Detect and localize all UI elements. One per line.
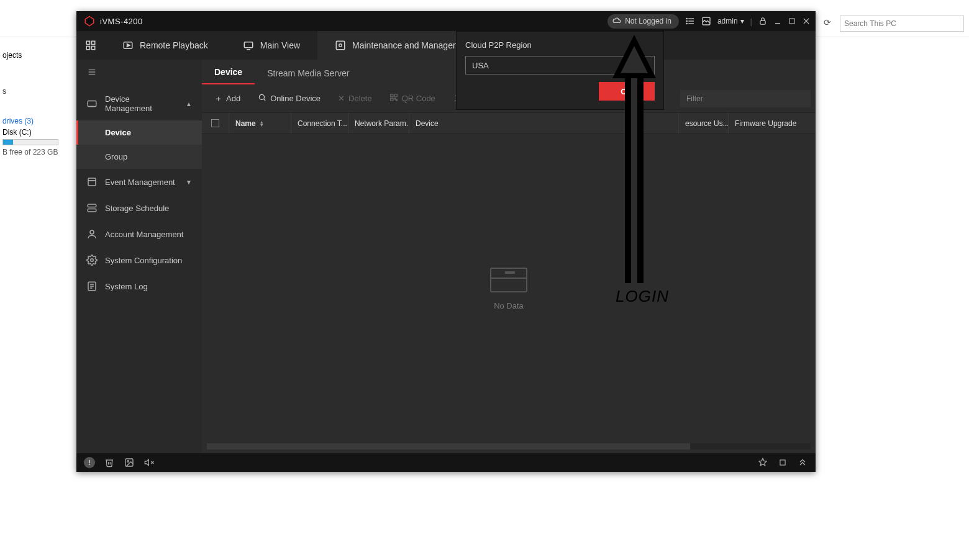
th-resource-usage[interactable]: esource Us... <box>679 113 729 133</box>
th-firmware-upgrade[interactable]: Firmware Upgrade <box>729 113 816 133</box>
login-status-pill[interactable]: Not Logged in <box>607 14 679 29</box>
maximize-icon[interactable] <box>788 17 796 25</box>
plus-icon: ＋ <box>214 93 222 104</box>
chevron-down-icon: ▼ <box>186 179 192 186</box>
user-dropdown[interactable]: admin ▾ <box>717 17 744 25</box>
svg-point-5 <box>686 18 687 19</box>
sidebar-device-mgmt-label: Device Management <box>105 94 178 113</box>
svg-rect-15 <box>92 41 95 44</box>
svg-rect-22 <box>336 41 345 50</box>
svg-rect-45 <box>396 100 397 101</box>
sidebar-sysconf-label: System Configuration <box>105 256 182 265</box>
hamburger-icon[interactable] <box>86 68 98 79</box>
qr-icon <box>389 93 398 104</box>
explorer-nav-panel: ojects s drives (3) Disk (C:) B free of … <box>0 50 76 158</box>
apps-grid-icon[interactable] <box>76 31 105 60</box>
add-label: Add <box>226 94 240 103</box>
explorer-drives-link[interactable]: drives (3) <box>0 115 76 127</box>
delete-button[interactable]: ✕ Delete <box>330 90 380 107</box>
sidebar-item-system-configuration[interactable]: System Configuration <box>76 247 202 273</box>
svg-rect-20 <box>244 42 253 48</box>
subtab-stream-media-server[interactable]: Stream Media Server <box>255 62 362 84</box>
close-icon[interactable] <box>802 17 811 25</box>
lock-icon[interactable] <box>758 17 767 25</box>
cloud-p2p-popup: Cloud P2P Region USA ▾ OK <box>456 31 664 110</box>
status-bar: ! <box>76 453 816 472</box>
qr-code-button[interactable]: QR Code <box>382 89 443 107</box>
sidebar-item-system-log[interactable]: System Log <box>76 273 202 299</box>
top-tabs: Remote Playback Main View Maintenance an… <box>76 31 816 60</box>
image-icon[interactable] <box>701 16 711 26</box>
mute-icon[interactable] <box>143 457 155 468</box>
th-connection-type[interactable]: Connection T... <box>291 113 348 133</box>
th-name[interactable]: Name ▲▼ <box>229 113 291 133</box>
picture-icon[interactable] <box>124 457 135 468</box>
tab-remote-playback[interactable]: Remote Playback <box>105 31 225 60</box>
minimize-icon[interactable] <box>773 17 782 25</box>
explorer-objects-label: ojects <box>0 50 76 61</box>
explorer-disk-label[interactable]: Disk (C:) <box>0 127 76 138</box>
list-icon[interactable] <box>685 16 695 26</box>
trash-icon[interactable] <box>104 457 115 468</box>
app-title: iVMS-4200 <box>100 17 143 26</box>
svg-rect-32 <box>88 209 96 212</box>
chevron-down-icon: ▾ <box>740 17 744 25</box>
sort-icon: ▲▼ <box>260 120 264 127</box>
x-icon: ✕ <box>338 94 345 103</box>
sidebar-item-account-management[interactable]: Account Management <box>76 221 202 247</box>
sidebar-sub-device[interactable]: Device <box>76 120 202 145</box>
event-icon <box>86 176 98 187</box>
search-icon <box>258 93 266 104</box>
svg-rect-17 <box>92 47 95 50</box>
sidebar: Device Management ▲ Device Group Event M… <box>76 60 202 453</box>
table-header: Name ▲▼ Connection T... Network Param...… <box>202 113 816 134</box>
svg-point-7 <box>686 23 687 24</box>
empty-state: No Data <box>202 134 816 443</box>
svg-point-33 <box>90 230 94 234</box>
svg-rect-51 <box>780 460 785 465</box>
alert-icon[interactable]: ! <box>84 457 95 468</box>
svg-point-34 <box>91 259 94 262</box>
filter-input[interactable] <box>680 90 811 107</box>
region-value: USA <box>472 61 489 70</box>
add-button[interactable]: ＋ Add <box>207 89 248 108</box>
ivms-app-window: iVMS-4200 Not Logged in admin ▾ | <box>76 11 816 472</box>
collapse-icon[interactable] <box>797 457 808 468</box>
refresh-icon[interactable]: ⟳ <box>824 17 831 27</box>
chevron-down-icon: ▾ <box>644 61 648 70</box>
qr-label: QR Code <box>402 94 435 103</box>
sidebar-item-device-management[interactable]: Device Management ▲ <box>76 87 202 120</box>
explorer-search-input[interactable] <box>840 16 964 32</box>
sidebar-item-storage-schedule[interactable]: Storage Schedule <box>76 195 202 221</box>
ok-button[interactable]: OK <box>599 82 655 101</box>
tab-main-view[interactable]: Main View <box>225 31 317 60</box>
svg-rect-14 <box>86 41 89 44</box>
pin-icon[interactable] <box>757 457 768 468</box>
th-name-label: Name <box>235 119 256 128</box>
chevron-up-icon: ▲ <box>186 101 192 107</box>
monitor-icon <box>243 40 254 51</box>
sidebar-item-event-management[interactable]: Event Management ▼ <box>76 169 202 195</box>
svg-point-6 <box>686 20 687 21</box>
app-logo-icon <box>84 16 95 27</box>
svg-rect-9 <box>760 20 765 24</box>
th-checkbox[interactable] <box>202 113 229 133</box>
subtab-device[interactable]: Device <box>202 61 255 84</box>
svg-rect-11 <box>789 19 794 24</box>
svg-line-40 <box>264 99 266 101</box>
svg-point-23 <box>339 44 342 47</box>
region-select[interactable]: USA ▾ <box>465 56 655 75</box>
sidebar-sub-group[interactable]: Group <box>76 145 202 169</box>
tab-remote-label: Remote Playback <box>140 40 208 50</box>
horizontal-scrollbar[interactable] <box>207 443 811 449</box>
account-icon <box>86 228 98 240</box>
playback-icon <box>122 40 134 51</box>
online-device-button[interactable]: Online Device <box>250 89 328 107</box>
restore-icon[interactable] <box>777 457 788 468</box>
th-network-param[interactable]: Network Param... <box>348 113 409 133</box>
tab-main-label: Main View <box>260 40 300 50</box>
cloud-icon <box>612 16 621 27</box>
svg-rect-29 <box>88 178 96 186</box>
th-device[interactable]: Device <box>409 113 679 133</box>
explorer-disk-usage-bar <box>2 139 58 145</box>
